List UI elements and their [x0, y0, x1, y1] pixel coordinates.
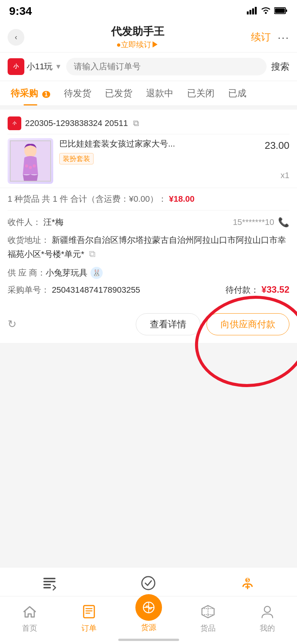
action-buttons: 查看详情 向供应商付款 — [136, 313, 289, 335]
nav-item-home[interactable]: 首页 — [0, 602, 59, 633]
action-row: ↻ 查看详情 向供应商付款 — [0, 307, 297, 343]
purchase-number: 2504314874178903255 — [52, 285, 140, 295]
svg-rect-17 — [43, 584, 51, 585]
battery-icon — [274, 5, 288, 17]
tab-bar: 待采购 1 待发货 已发货 退款中 已关闭 已成 — [0, 81, 297, 106]
nav-item-source[interactable]: 货源 — [119, 602, 178, 633]
svg-rect-3 — [255, 7, 257, 14]
back-icon: ‹ — [15, 33, 17, 41]
status-time: 9:34 — [9, 5, 32, 18]
pending-label: 待付款： — [226, 285, 259, 295]
search-input-wrap[interactable] — [66, 58, 267, 75]
product-price: 23.00 — [265, 138, 289, 151]
svg-point-4 — [265, 12, 267, 14]
info-section: 收件人： 汪*梅 15*******10 📞 收货地址： 新疆维吾尔自治区博尔塔… — [0, 210, 297, 307]
tab-completed[interactable]: 已成 — [221, 81, 253, 105]
more-button[interactable]: ··· — [278, 31, 289, 44]
svg-rect-15 — [43, 578, 56, 579]
profile-icon — [257, 602, 277, 622]
tab-pending-purchase[interactable]: 待采购 1 — [4, 81, 57, 105]
order-number: 220305-1293838324 20511 — [25, 118, 128, 128]
purchase-row: 采购单号： 2504314874178903255 待付款： ¥33.52 — [8, 284, 289, 296]
order-summary: 1 种货品 共 1 件 合计（含运费：¥0.00）： ¥18.00 — [0, 188, 297, 210]
status-bar: 9:34 — [0, 0, 297, 21]
svg-point-10 — [25, 164, 28, 167]
phone-icon[interactable]: 📞 — [278, 217, 289, 228]
supplier-row: 供 应 商： 小兔芽玩具 🐰 — [8, 267, 289, 279]
shop-name: 小11玩 — [27, 61, 52, 72]
svg-rect-24 — [84, 606, 94, 618]
profile-label: 我的 — [260, 623, 275, 633]
tab-refunding[interactable]: 退款中 — [139, 81, 180, 105]
order-card: 小 220305-1293838324 20511 ⧉ — [0, 110, 297, 343]
nav-subtitle[interactable]: ●立即续订▶ — [24, 40, 251, 50]
page-title: 代发助手王 — [24, 24, 251, 39]
batch-pay-icon: $ — [238, 574, 257, 593]
product-info: 巴比娃娃套装女孩过家家大号... 装扮套装 — [59, 138, 259, 164]
supplier-icon: 🐰 — [91, 267, 103, 279]
refresh-icon[interactable]: ↻ — [8, 318, 16, 330]
source-label: 货源 — [141, 622, 156, 633]
goods-icon — [198, 602, 218, 622]
shop-selector[interactable]: 小 小11玩 ▼ — [8, 58, 62, 75]
nav-item-profile[interactable]: 我的 — [238, 602, 297, 633]
goods-label: 货品 — [200, 623, 216, 633]
search-bar: 小 小11玩 ▼ 搜索 — [0, 53, 297, 81]
product-name: 巴比娃娃套装女孩过家家大号... — [59, 138, 259, 150]
home-label: 首页 — [22, 623, 37, 633]
nav-right: 续订 ··· — [251, 30, 289, 44]
source-icon — [135, 594, 162, 621]
address-label: 收货地址： — [8, 235, 49, 245]
receiver-phone: 15*******10 — [233, 217, 274, 227]
address-row: 收货地址： 新疆维吾尔自治区博尔塔拉蒙古自治州阿拉山口市阿拉山口市幸福苑小区*号… — [8, 233, 289, 261]
shop-icon: 小 — [8, 58, 24, 75]
renew-button[interactable]: 续订 — [251, 30, 271, 44]
svg-point-19 — [142, 577, 155, 590]
address-copy-icon[interactable]: ⧉ — [89, 249, 95, 259]
purchase-label: 采购单号： — [8, 285, 49, 295]
svg-rect-1 — [249, 10, 251, 14]
address-value: 新疆维吾尔自治区博尔塔拉蒙古自治州阿拉山口市阿拉山口市幸福苑小区*号楼*单元* — [8, 235, 286, 259]
svg-point-11 — [29, 166, 32, 169]
nav-center: 代发助手王 ●立即续订▶ — [24, 24, 251, 50]
tab-badge: 1 — [42, 91, 50, 98]
back-button[interactable]: ‹ — [8, 29, 24, 46]
supplier-name: 小兔芽玩具 — [46, 267, 87, 279]
svg-rect-18 — [43, 587, 51, 588]
receiver-label: 收件人： — [8, 217, 41, 228]
pay-button[interactable]: 向供应商付款 — [206, 313, 289, 335]
tab-shipped[interactable]: 已发货 — [98, 81, 139, 105]
pending-amount: ¥33.52 — [262, 284, 289, 295]
copy-icon[interactable]: ⧉ — [133, 118, 139, 128]
batch-confirm-icon — [139, 574, 158, 593]
order-header: 小 220305-1293838324 20511 ⧉ — [0, 110, 297, 134]
tab-closed[interactable]: 已关闭 — [180, 81, 221, 105]
detail-button[interactable]: 查看详情 — [136, 313, 200, 335]
receiver-row: 收件人： 汪*梅 15*******10 📞 — [8, 217, 289, 228]
nav-item-goods[interactable]: 货品 — [178, 602, 238, 633]
svg-rect-7 — [275, 8, 285, 13]
total-price: ¥18.00 — [169, 194, 194, 204]
receiver-name: 汪*梅 — [43, 217, 233, 228]
supplier-label: 供 应 商： — [8, 267, 46, 279]
nav-bar: ‹ 代发助手王 ●立即续订▶ 续订 ··· — [0, 21, 297, 53]
merge-orders-icon — [40, 574, 59, 593]
summary-text: 1 种货品 共 1 件 合计（含运费：¥0.00）： — [8, 194, 167, 204]
product-row: 巴比娃娃套装女孩过家家大号... 装扮套装 23.00 x1 — [0, 134, 297, 188]
product-image — [8, 138, 53, 184]
search-input[interactable] — [74, 62, 259, 72]
signal-icon — [247, 5, 257, 17]
bottom-nav: 首页 订单 货源 — [0, 596, 297, 644]
search-button[interactable]: 搜索 — [271, 61, 289, 73]
orders-icon — [79, 602, 99, 622]
home-indicator — [118, 639, 179, 641]
dropdown-icon: ▼ — [55, 63, 62, 71]
product-qty: x1 — [281, 171, 289, 180]
svg-rect-16 — [43, 581, 56, 582]
svg-text:$: $ — [246, 577, 249, 583]
svg-rect-0 — [247, 11, 249, 14]
tab-pending-ship[interactable]: 待发货 — [57, 81, 98, 105]
platform-icon: 小 — [8, 116, 21, 130]
nav-item-orders[interactable]: 订单 — [59, 602, 119, 633]
product-tag: 装扮套装 — [59, 153, 94, 164]
